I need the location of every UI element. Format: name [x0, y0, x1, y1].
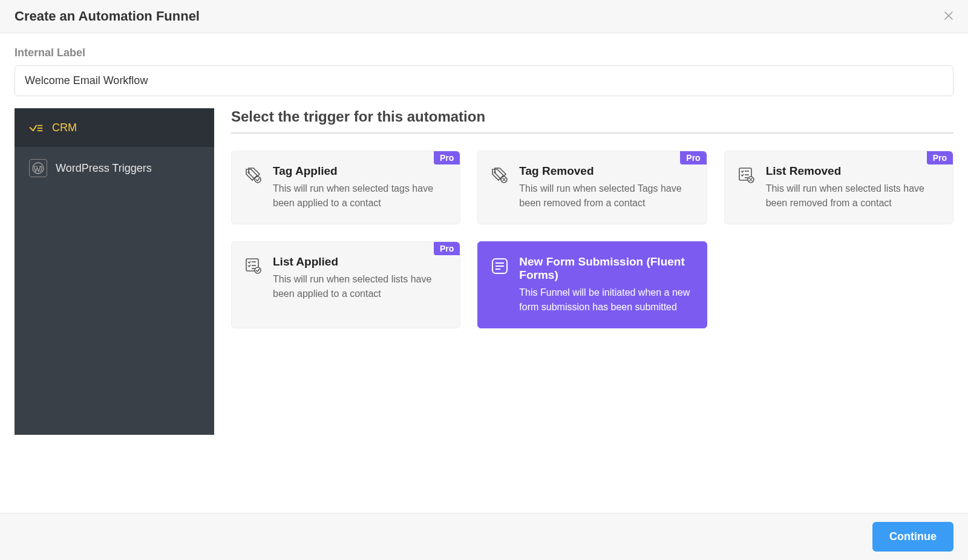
- trigger-desc: This will run when selected lists have b…: [273, 272, 448, 301]
- modal-header: Create an Automation Funnel: [0, 0, 968, 33]
- trigger-card-list-removed[interactable]: Pro List: [724, 151, 953, 224]
- sidebar: CRM WordPress Triggers: [15, 108, 214, 435]
- trigger-title: New Form Submission (Fluent Forms): [519, 255, 694, 282]
- svg-point-15: [255, 267, 261, 273]
- sidebar-item-wordpress-triggers[interactable]: WordPress Triggers: [15, 147, 214, 189]
- trigger-desc: This will run when selected lists have b…: [766, 181, 941, 210]
- crm-icon: [29, 120, 44, 135]
- internal-label-section: Internal Label: [15, 47, 953, 96]
- internal-label-title: Internal Label: [15, 47, 953, 59]
- sidebar-item-label: CRM: [52, 122, 77, 134]
- trigger-content: List Removed This will run when selected…: [766, 164, 941, 210]
- pro-badge: Pro: [434, 242, 460, 255]
- triggers-grid: Pro Tag Applied This will run when selec…: [231, 151, 953, 328]
- trigger-content: Tag Removed This will run when selected …: [519, 164, 694, 210]
- modal-title: Create an Automation Funnel: [15, 8, 200, 24]
- pro-badge: Pro: [680, 151, 706, 164]
- sidebar-item-label: WordPress Triggers: [56, 162, 152, 175]
- internal-label-input[interactable]: [15, 65, 953, 96]
- tag-removed-icon: [490, 166, 509, 185]
- trigger-title: List Removed: [766, 164, 941, 178]
- trigger-card-tag-applied[interactable]: Pro Tag Applied This will run when selec…: [231, 151, 460, 224]
- pro-badge: Pro: [434, 151, 460, 164]
- trigger-desc: This Funnel will be initiated when a new…: [519, 285, 694, 314]
- trigger-card-new-form-submission[interactable]: New Form Submission (Fluent Forms) This …: [477, 241, 707, 328]
- trigger-desc: This will run when selected tags have be…: [273, 181, 448, 210]
- trigger-content: New Form Submission (Fluent Forms) This …: [519, 255, 694, 314]
- trigger-card-tag-removed[interactable]: Pro Tag Removed This will run when selec…: [477, 151, 707, 224]
- sidebar-item-crm[interactable]: CRM: [15, 108, 214, 147]
- pro-badge: Pro: [927, 151, 953, 164]
- trigger-section-title: Select the trigger for this automation: [231, 108, 953, 134]
- tag-applied-icon: [244, 166, 263, 185]
- trigger-title: Tag Applied: [273, 164, 448, 178]
- form-icon: [490, 256, 509, 276]
- trigger-content: Tag Applied This will run when selected …: [273, 164, 448, 210]
- list-removed-icon: [737, 166, 756, 185]
- list-applied-icon: [244, 256, 263, 276]
- main-section: CRM WordPress Triggers Select the trigge…: [15, 108, 953, 435]
- close-button[interactable]: [944, 10, 953, 23]
- close-icon: [944, 8, 953, 24]
- svg-point-4: [255, 177, 261, 183]
- trigger-content: List Applied This will run when selected…: [273, 255, 448, 301]
- trigger-title: Tag Removed: [519, 164, 694, 178]
- trigger-title: List Applied: [273, 255, 448, 269]
- content-wrapper: Internal Label CRM: [0, 33, 968, 435]
- trigger-section: Select the trigger for this automation P…: [231, 108, 953, 435]
- trigger-desc: This will run when selected Tags have be…: [519, 181, 694, 210]
- wordpress-icon: [29, 159, 47, 177]
- trigger-card-list-applied[interactable]: Pro List: [231, 241, 460, 328]
